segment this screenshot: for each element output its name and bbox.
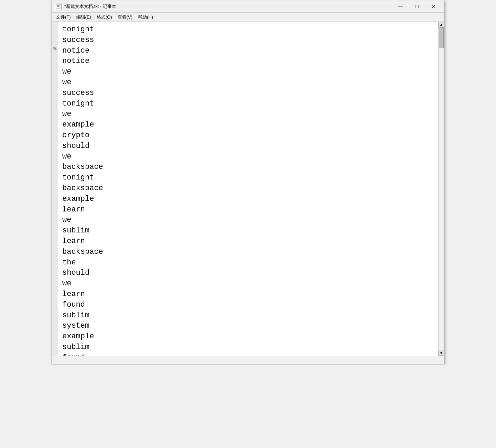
title-bar: *新建文本文档.txt - 记事本 — □ ✕	[52, 0, 444, 13]
svg-rect-0	[56, 4, 60, 9]
sidebar-chars: 钱	[52, 23, 57, 44]
vertical-scrollbar: ▲ ▼	[438, 22, 444, 356]
close-button[interactable]: ✕	[425, 2, 441, 11]
maximize-button[interactable]: □	[409, 2, 425, 11]
scroll-up-arrow[interactable]: ▲	[439, 22, 444, 28]
text-editor[interactable]: tonight success notice notice we we succ…	[58, 22, 438, 356]
minimize-button[interactable]: —	[392, 2, 408, 11]
left-sidebar: 钱	[52, 22, 58, 356]
title-bar-left: *新建文本文档.txt - 记事本	[55, 3, 116, 10]
window-title: *新建文本文档.txt - 记事本	[64, 3, 116, 10]
scroll-track[interactable]	[439, 28, 444, 350]
menu-bar: 文件(F) 编辑(E) 格式(O) 查看(V) 帮助(H)	[52, 13, 444, 22]
notepad-window: *新建文本文档.txt - 记事本 — □ ✕ 文件(F) 编辑(E) 格式(O…	[52, 0, 444, 364]
scroll-down-arrow[interactable]: ▼	[439, 350, 444, 356]
menu-edit[interactable]: 编辑(E)	[74, 13, 94, 21]
menu-format[interactable]: 格式(O)	[94, 13, 115, 21]
app-icon	[55, 3, 62, 10]
menu-file[interactable]: 文件(F)	[53, 13, 74, 21]
content-area: 钱 tonight success notice notice we we su…	[52, 22, 444, 356]
menu-help[interactable]: 帮助(H)	[135, 13, 156, 21]
title-controls: — □ ✕	[392, 2, 441, 11]
menu-view[interactable]: 查看(V)	[115, 13, 135, 21]
status-bar	[52, 356, 444, 364]
scroll-thumb[interactable]	[439, 28, 444, 48]
